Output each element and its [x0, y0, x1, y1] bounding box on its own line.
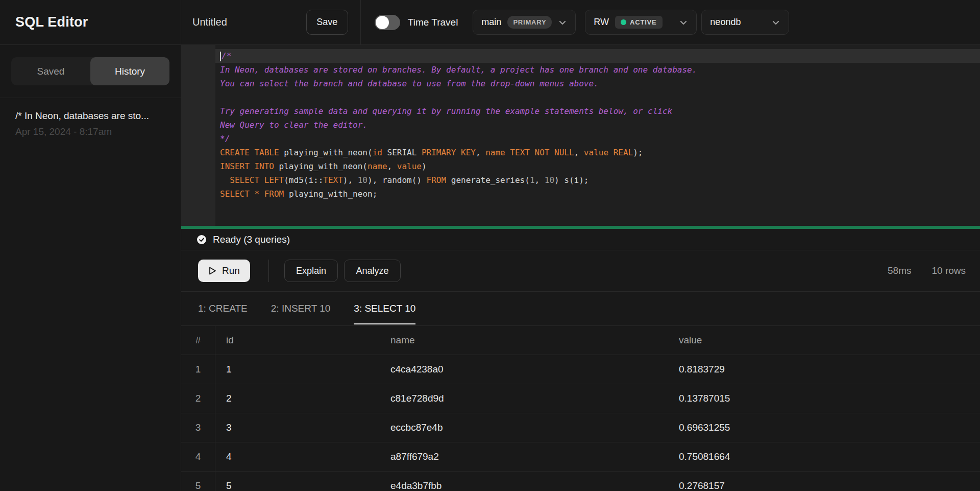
chevron-down-icon	[679, 18, 688, 27]
result-tab-2-insert-10[interactable]: 2: INSERT 10	[271, 292, 331, 325]
table-cell: 2	[215, 393, 380, 404]
branch-name: main	[481, 17, 501, 28]
table-cell: 3	[181, 413, 215, 442]
results-table: #idnamevalue11c4ca4238a00.818372922c81e7…	[181, 326, 980, 491]
code-line-1[interactable]: 1/*	[181, 49, 980, 63]
history-item-timestamp: Apr 15, 2024 - 8:17am	[15, 126, 165, 137]
code-line-10[interactable]: 10 SELECT LEFT(md5(i::TEXT), 10), random…	[181, 173, 980, 187]
endpoint-name: RW	[594, 17, 609, 28]
saved-history-segmented-control: SavedHistory	[11, 57, 169, 85]
code-text: INSERT INTO playing_with_neon(name, valu…	[215, 159, 427, 173]
text-cursor	[220, 52, 221, 61]
table-cell: 2	[181, 384, 215, 413]
branch-dropdown[interactable]: main PRIMARY	[473, 10, 576, 35]
history-item[interactable]: /* In Neon, databases are sto...Apr 15, …	[0, 98, 181, 137]
table-cell: 0.75081664	[670, 451, 980, 462]
check-circle-icon	[197, 235, 207, 245]
code-line-7[interactable]: 7*/	[181, 132, 980, 146]
code-text: SELECT LEFT(md5(i::TEXT), 10), random() …	[215, 173, 589, 187]
endpoint-status-label: ACTIVE	[630, 18, 656, 26]
time-travel-toggle[interactable]	[375, 15, 400, 30]
history-item-title: /* In Neon, databases are sto...	[15, 110, 165, 122]
table-cell: 0.13787015	[670, 393, 980, 404]
table-cell: 5	[215, 480, 380, 491]
code-line-4[interactable]: 4	[181, 90, 980, 104]
run-label: Run	[222, 265, 240, 276]
result-row-count: 10 rows	[932, 265, 966, 276]
table-header-row: #idnamevalue	[181, 326, 980, 355]
code-text: You can select the branch and database t…	[215, 77, 599, 90]
compute-endpoint-dropdown[interactable]: RW ACTIVE	[585, 10, 697, 35]
column-header: #	[181, 326, 215, 355]
column-header: id	[215, 335, 380, 346]
query-duration: 58ms	[888, 265, 911, 276]
code-text: In Neon, databases are stored on branche…	[215, 63, 697, 77]
query-title[interactable]: Untitled	[192, 16, 227, 28]
play-icon	[208, 266, 217, 275]
code-text: SELECT * FROM playing_with_neon;	[215, 187, 377, 201]
code-line-5[interactable]: 5Try generating sample data and querying…	[181, 104, 980, 118]
table-row: 55e4da3b7fbb0.2768157	[181, 472, 980, 491]
code-text: CREATE TABLE playing_with_neon(id SERIAL…	[215, 146, 643, 159]
code-line-9[interactable]: 9INSERT INTO playing_with_neon(name, val…	[181, 159, 980, 173]
code-line-3[interactable]: 3You can select the branch and database …	[181, 77, 980, 90]
code-text: Try generating sample data and querying …	[215, 104, 672, 118]
code-line-8[interactable]: 8CREATE TABLE playing_with_neon(id SERIA…	[181, 146, 980, 159]
main-panel: Untitled Save Time Travel main PRIMARY R…	[181, 0, 980, 491]
table-cell: 4	[215, 451, 380, 462]
chevron-down-icon	[558, 18, 567, 27]
code-line-11[interactable]: 11SELECT * FROM playing_with_neon;	[181, 187, 980, 201]
table-row: 11c4ca4238a00.8183729	[181, 355, 980, 384]
code-line-2[interactable]: 2In Neon, databases are stored on branch…	[181, 63, 980, 77]
endpoint-status-badge: ACTIVE	[615, 16, 662, 29]
table-row: 33eccbc87e4b0.69631255	[181, 413, 980, 442]
editor-gutter	[181, 45, 215, 226]
sidebar-header: SQL Editor	[0, 0, 181, 45]
sidebar: SQL Editor SavedHistory /* In Neon, data…	[0, 0, 181, 491]
status-bar: Ready (3 queries)	[181, 229, 980, 250]
execution-stats: 58ms 10 rows	[888, 265, 966, 276]
table-cell: eccbc87e4b	[380, 422, 670, 433]
explain-button[interactable]: Explain	[284, 260, 338, 282]
table-row: 44a87ff679a20.75081664	[181, 442, 980, 472]
time-travel-label: Time Travel	[408, 17, 458, 28]
code-text	[215, 90, 220, 104]
analyze-button[interactable]: Analyze	[344, 260, 401, 282]
result-tab-3-select-10[interactable]: 3: SELECT 10	[354, 292, 415, 325]
action-divider	[268, 260, 269, 282]
sql-code-editor[interactable]: 1/*2In Neon, databases are stored on bra…	[181, 45, 980, 226]
table-row: 22c81e728d9d0.13787015	[181, 384, 980, 413]
table-cell: e4da3b7fbb	[380, 480, 670, 491]
branch-primary-badge: PRIMARY	[507, 16, 552, 29]
sidebar-tab-history[interactable]: History	[90, 57, 169, 85]
code-line-6[interactable]: 6New Query to clear the editor.	[181, 118, 980, 132]
table-cell: 5	[181, 472, 215, 491]
database-name: neondb	[710, 17, 741, 28]
topbar-divider	[360, 0, 361, 44]
database-dropdown[interactable]: neondb	[701, 10, 789, 35]
table-cell: 0.69631255	[670, 422, 980, 433]
table-cell: 4	[181, 442, 215, 471]
result-tabs: 1: CREATE2: INSERT 103: SELECT 10	[181, 292, 980, 326]
table-cell: 1	[181, 355, 215, 384]
column-header: name	[380, 335, 670, 346]
table-cell: 0.2768157	[670, 480, 980, 491]
sidebar-tab-saved[interactable]: Saved	[11, 57, 90, 85]
result-tab-1-create[interactable]: 1: CREATE	[198, 292, 248, 325]
active-status-dot-icon	[621, 19, 626, 25]
page-title: SQL Editor	[15, 14, 88, 30]
chevron-down-icon	[771, 18, 780, 27]
run-button[interactable]: Run	[198, 260, 250, 282]
table-cell: c81e728d9d	[380, 393, 670, 404]
code-text: /*	[215, 49, 231, 63]
table-cell: a87ff679a2	[380, 451, 670, 462]
save-button[interactable]: Save	[306, 10, 348, 35]
table-cell: c4ca4238a0	[380, 364, 670, 375]
history-list: /* In Neon, databases are sto...Apr 15, …	[0, 98, 181, 137]
editor-lines: 1/*2In Neon, databases are stored on bra…	[181, 45, 980, 201]
code-text: */	[215, 132, 230, 146]
column-header: value	[670, 335, 980, 346]
table-cell: 3	[215, 422, 380, 433]
table-cell: 0.8183729	[670, 364, 980, 375]
toggle-knob-icon	[376, 16, 389, 29]
